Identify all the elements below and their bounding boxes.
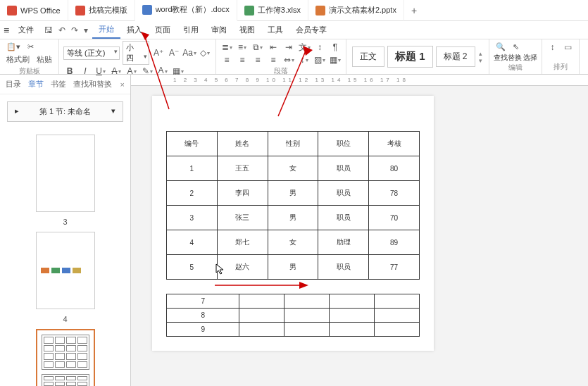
document-canvas[interactable]: 1 2 3 4 5 6 7 8 9 10 11 12 13 14 15 16 1… — [131, 75, 588, 386]
select-icon[interactable]: ⇖ — [511, 41, 521, 53]
align-icon[interactable]: ▭ — [562, 41, 575, 54]
table-row: 7 — [167, 294, 420, 309]
ribbon-paragraph: ≣▾ ≡▾ ⧉▾ ⇤ ⇥ 文▾ ↕ ¶ ≡ ≡ ≡ ≡ ⇔▾ ↕▾ ▨▾ ▦▾ … — [216, 39, 346, 74]
table-header[interactable]: 考核 — [369, 132, 420, 156]
thumb-label: 4 — [14, 315, 116, 323]
multilevel-icon[interactable]: ⧉▾ — [251, 41, 264, 54]
ribbon-arrange: ↕ ▭ 排列 — [542, 39, 580, 74]
sidebar-tabs: 目录 章节 书签 查找和替换 × — [0, 75, 130, 94]
sidebar-tab-chapter[interactable]: 章节 — [28, 79, 44, 89]
excel-icon — [244, 6, 254, 15]
ppt-icon — [315, 6, 325, 15]
shrink-font-icon[interactable]: A⁻ — [168, 46, 180, 59]
menu-member[interactable]: 会员专享 — [289, 22, 333, 38]
horizontal-ruler: 1 2 3 4 5 6 7 8 9 10 11 12 13 14 15 16 1… — [131, 75, 588, 86]
style-heading1[interactable]: 标题 1 — [387, 46, 433, 68]
bullet-list-icon[interactable]: ≣▾ — [220, 41, 233, 54]
new-tab-button[interactable]: + — [404, 5, 424, 16]
menu-review[interactable]: 审阅 — [205, 22, 233, 38]
paste-button[interactable]: 粘贴 — [35, 53, 54, 66]
italic-icon[interactable]: I — [79, 65, 92, 77]
align-left-icon[interactable]: ≡ — [220, 54, 233, 66]
sidebar-tab-find[interactable]: 查找和替换 — [73, 79, 112, 89]
style-scroll-up[interactable]: ▴ — [479, 50, 482, 57]
distribute-icon[interactable]: ⇔▾ — [282, 54, 295, 66]
save-icon[interactable]: 🖫 — [44, 25, 53, 35]
font-size-select[interactable]: 小四 — [123, 41, 149, 65]
align-justify-icon[interactable]: ≡ — [267, 54, 280, 66]
app-tab[interactable]: WPS Office — [0, 0, 68, 21]
bold-icon[interactable]: B — [63, 65, 76, 77]
template-icon — [75, 6, 85, 15]
ribbon-editing: 🔍 ⇖ 查找替换 选择 编辑 — [489, 39, 542, 74]
format-painter[interactable]: 格式刷 — [4, 53, 32, 66]
sidebar-tab-bookmark[interactable]: 书签 — [51, 79, 66, 89]
tab-label: 找稿完模版 — [89, 5, 127, 15]
show-marks-icon[interactable]: ¶ — [329, 41, 342, 54]
main-area: 目录 章节 书签 查找和替换 × ▸ 第 1 节: 未命名 ▾ 3 4 5 — [0, 75, 588, 386]
more-icon[interactable]: ▾ — [84, 25, 88, 35]
copy-button[interactable]: 📋▾ — [4, 41, 23, 53]
select-label[interactable]: 选择 — [523, 53, 537, 63]
tab-label: 工作簿3.xlsx — [258, 5, 301, 15]
increase-indent-icon[interactable]: ⇥ — [282, 41, 295, 54]
menu-file[interactable]: 文件 — [12, 22, 40, 38]
decrease-indent-icon[interactable]: ⇤ — [267, 41, 280, 54]
table-header[interactable]: 职位 — [318, 132, 369, 156]
page[interactable]: 编号 姓名 性别 职位 考核 1王五女职员80 2李四男职员78 3张三男职员7… — [152, 96, 434, 351]
tab-label: word教程（新）.docx — [156, 4, 230, 15]
menu-tools[interactable]: 工具 — [261, 22, 289, 38]
app-name: WPS Office — [20, 6, 61, 15]
redo-icon[interactable]: ↷ — [71, 25, 78, 35]
change-case-icon[interactable]: Aa▾ — [183, 46, 196, 59]
borders-icon[interactable]: ▦▾ — [329, 54, 342, 66]
find-icon[interactable]: 🔍 — [494, 41, 508, 53]
style-heading2[interactable]: 标题 2 — [436, 46, 475, 67]
find-replace-label[interactable]: 查找替换 — [494, 53, 522, 63]
close-icon[interactable]: × — [120, 80, 125, 89]
thumb-4[interactable] — [36, 232, 95, 309]
underline-icon[interactable]: U▾ — [94, 65, 107, 77]
thumb-3[interactable] — [36, 135, 95, 212]
doc-tab-word[interactable]: word教程（新）.docx — [135, 0, 237, 21]
editing-label: 编辑 — [494, 63, 537, 73]
menu-reference[interactable]: 引用 — [177, 22, 205, 38]
tab-label: 演示文稿素材2.pptx — [329, 5, 396, 15]
grow-font-icon[interactable]: A⁺ — [152, 46, 165, 59]
strike-icon[interactable]: A▾ — [110, 65, 123, 77]
doc-tab-ppt[interactable]: 演示文稿素材2.pptx — [308, 0, 404, 21]
style-normal[interactable]: 正文 — [352, 46, 384, 67]
hamburger-icon[interactable]: ≡ — [4, 25, 9, 36]
table-header[interactable]: 姓名 — [217, 132, 268, 156]
thumbnail-list[interactable]: 3 4 5 — [0, 129, 130, 386]
style-scroll-down[interactable]: ▾ — [479, 57, 482, 64]
secondary-table[interactable]: 7 8 9 — [166, 294, 420, 337]
sort-icon[interactable]: ↕ — [313, 41, 326, 54]
menu-page[interactable]: 页面 — [149, 22, 177, 38]
undo-icon[interactable]: ↶ — [58, 25, 65, 35]
section-label: 第 1 节: 未命名 — [39, 106, 91, 117]
section-selector[interactable]: ▸ 第 1 节: 未命名 ▾ — [7, 101, 123, 122]
shading-icon[interactable]: ▨▾ — [313, 54, 326, 66]
table-header[interactable]: 性别 — [268, 132, 318, 156]
doc-tab-excel[interactable]: 工作簿3.xlsx — [237, 0, 308, 21]
ribbon: 📋▾ ✂ 格式刷 粘贴 剪贴板 等线 (正文) 小四 A⁺ A⁻ Aa▾ ◇▾ … — [0, 39, 588, 75]
clear-format-icon[interactable]: ◇▾ — [199, 46, 211, 59]
table-header[interactable]: 编号 — [167, 132, 218, 156]
thumb-label: 3 — [14, 218, 116, 226]
menu-insert[interactable]: 插入 — [120, 22, 149, 38]
align-center-icon[interactable]: ≡ — [236, 54, 249, 66]
align-right-icon[interactable]: ≡ — [251, 54, 264, 66]
menu-view[interactable]: 视图 — [233, 22, 261, 38]
doc-tab-template[interactable]: 找稿完模版 — [68, 0, 135, 21]
line-spacing-icon[interactable]: ↕▾ — [298, 54, 311, 66]
main-table[interactable]: 编号 姓名 性别 职位 考核 1王五女职员80 2李四男职员78 3张三男职员7… — [166, 131, 420, 280]
text-direction-icon[interactable]: 文▾ — [298, 41, 311, 54]
font-family-select[interactable]: 等线 (正文) — [63, 46, 120, 60]
number-list-icon[interactable]: ≡▾ — [236, 41, 249, 54]
cut-button[interactable]: ✂ — [25, 41, 36, 53]
arrange-label: 排列 — [546, 62, 575, 73]
thumb-5[interactable] — [36, 329, 95, 386]
menu-start[interactable]: 开始 — [92, 21, 120, 39]
arrange-icon[interactable]: ↕ — [546, 41, 559, 54]
